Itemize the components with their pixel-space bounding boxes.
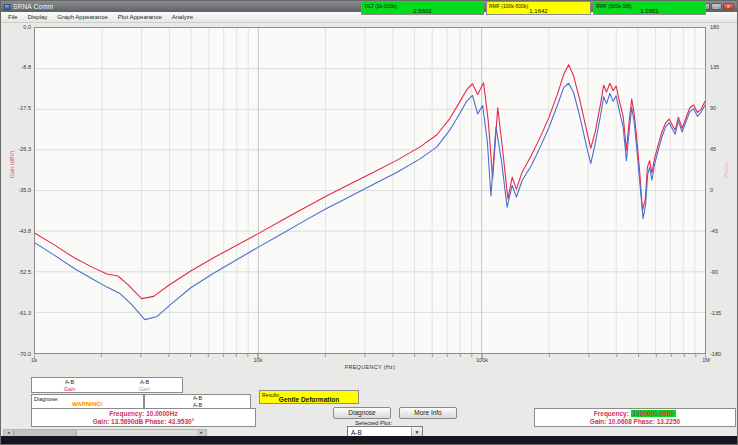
menu-graph-appearance[interactable]: Graph Appearance bbox=[52, 14, 112, 20]
more-info-button[interactable]: More Info bbox=[399, 407, 457, 419]
warning-text: WARNING! bbox=[32, 401, 143, 407]
y-tick-right-7: -135 bbox=[710, 310, 737, 316]
plot-list-item-1[interactable]: A-B bbox=[145, 395, 250, 402]
diagnose-status-box: Diagnose: WARNING! bbox=[31, 394, 144, 409]
legend-trace-2-name: A-B bbox=[107, 379, 182, 386]
results-value: Gentle Deformation bbox=[260, 396, 358, 403]
app-window: SRNA Comm – ▢ ✕ File Display Graph Appea… bbox=[0, 0, 738, 445]
legend-trace-2[interactable]: A-B Gain bbox=[107, 378, 182, 392]
legend-trace-1[interactable]: A-B Gain bbox=[32, 378, 107, 392]
y-tick-right-5: -45 bbox=[710, 228, 737, 234]
diagnose-button[interactable]: Diagnose bbox=[333, 407, 391, 419]
rmf1-value: 1.1642 bbox=[487, 8, 590, 14]
menu-file[interactable]: File bbox=[3, 14, 23, 20]
y-tick-right-2: 90 bbox=[710, 105, 737, 111]
cursor-left-gain-phase: Gain: 13.5690dB Phase: 43.9530° bbox=[32, 418, 255, 426]
frequency-response-chart bbox=[35, 28, 705, 353]
x-tick-1k: 1k bbox=[31, 357, 37, 363]
cursor-right-frequency-label: Frequency: bbox=[594, 410, 629, 417]
x-tick-100k: 100k bbox=[476, 357, 488, 363]
cursor-right-frequency-value: 1000000.0000 bbox=[631, 410, 677, 417]
cursor-left-frequency: Frequency: 10.0000Hz bbox=[32, 410, 255, 418]
window-bottom-edge bbox=[1, 436, 737, 444]
close-button[interactable]: ✕ bbox=[723, 3, 734, 10]
y-axis-left-title: Gain (dBV) bbox=[9, 151, 15, 178]
trace-legend: A-B Gain A-B Gain bbox=[31, 377, 183, 393]
legend-trace-1-name: A-B bbox=[32, 379, 107, 386]
menu-analyze[interactable]: Analyze bbox=[167, 14, 198, 20]
cursor-right-gain-phase: Gain: 10.0608 Phase: 13.2250 bbox=[535, 418, 735, 426]
y-tick-right-6: -90 bbox=[710, 269, 737, 275]
tilt-metric-box: TILT (1k-100k): 2.5602 bbox=[361, 1, 484, 15]
results-box: Results: Gentle Deformation bbox=[259, 390, 359, 404]
plot-area[interactable] bbox=[34, 27, 706, 354]
window-title: SRNA Comm bbox=[13, 3, 53, 10]
x-tick-10k: 10k bbox=[254, 357, 263, 363]
y-tick-right-4: 0 bbox=[710, 187, 737, 193]
y-tick-left-4: -35.0 bbox=[4, 187, 31, 193]
rmf-500k-1m-box: RMF (500k-1M): 1.0951 bbox=[593, 1, 706, 15]
cursor-readout-right: Frequency: 1000000.0000 Gain: 10.0608 Ph… bbox=[534, 408, 736, 427]
selected-plot-value: A-B bbox=[348, 429, 362, 436]
y-tick-left-6: -52.5 bbox=[4, 269, 31, 275]
y-tick-right-0: 180 bbox=[710, 24, 737, 30]
y-tick-left-5: -43.8 bbox=[4, 228, 31, 234]
y-tick-right-8: -180 bbox=[710, 351, 737, 357]
y-tick-left-1: -8.8 bbox=[4, 64, 31, 70]
cursor-readout-left: Frequency: 10.0000Hz Gain: 13.5690dB Pha… bbox=[31, 408, 256, 427]
y-tick-right-1: 135 bbox=[710, 64, 737, 70]
y-tick-left-2: -17.5 bbox=[4, 105, 31, 111]
x-axis-title: FREQUENCY (Hz) bbox=[34, 364, 706, 370]
y-tick-left-0: 0.0 bbox=[4, 24, 31, 30]
menu-plot-appearance[interactable]: Plot Appearance bbox=[113, 14, 167, 20]
y-tick-left-7: -61.3 bbox=[4, 310, 31, 316]
app-icon bbox=[4, 4, 10, 10]
cursor-right-frequency: Frequency: 1000000.0000 bbox=[535, 410, 735, 418]
y-axis-right-title: Phase bbox=[723, 163, 729, 179]
x-axis-tickmarks bbox=[34, 354, 706, 360]
rmf-100k-500k-box: RMF (100k-500k): 1.1642 bbox=[486, 1, 591, 15]
tilt-value: 2.5602 bbox=[362, 8, 483, 14]
plot-list-box: A-B A-B bbox=[144, 394, 251, 409]
menu-display[interactable]: Display bbox=[23, 14, 53, 20]
maximize-button[interactable]: ▢ bbox=[711, 3, 722, 10]
y-tick-right-3: 45 bbox=[710, 146, 737, 152]
y-tick-left-8: -70.0 bbox=[4, 351, 31, 357]
legend-trace-1-type: Gain bbox=[32, 386, 107, 393]
legend-trace-2-type: Gain bbox=[107, 386, 182, 393]
rmf2-value: 1.0951 bbox=[594, 8, 705, 14]
x-tick-1M: 1M bbox=[702, 357, 710, 363]
